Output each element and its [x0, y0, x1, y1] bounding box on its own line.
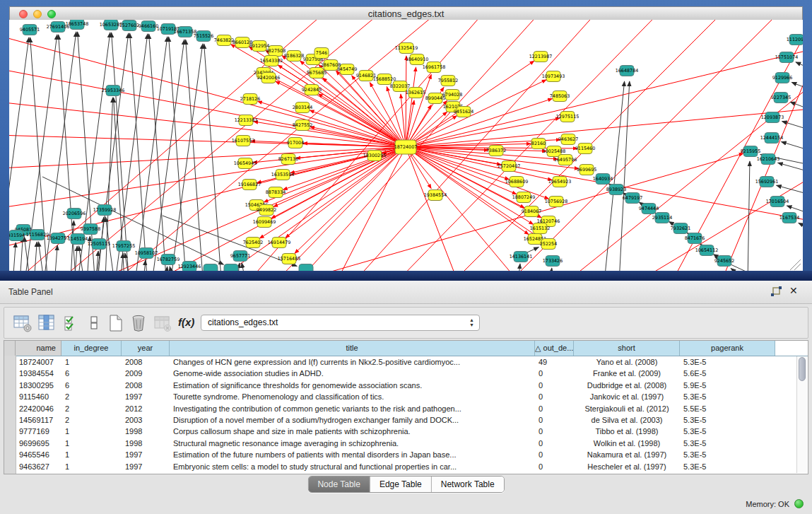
edge[interactable] [619, 81, 630, 271]
edge[interactable] [548, 268, 552, 271]
edge[interactable] [517, 264, 520, 271]
cell-out_de[interactable]: 0 [535, 380, 574, 391]
cell-short[interactable]: Wolkin et al. (1998) [574, 438, 680, 449]
cell-year[interactable]: 1997 [122, 461, 170, 472]
cell-name[interactable]: 19384554 [16, 368, 61, 379]
attribute-table[interactable]: namein_degreeyeartitle△ out_de...shortpa… [4, 340, 808, 474]
cell-title[interactable]: Changes of HCN gene expression and I(f) … [170, 356, 535, 368]
column-header-out_de[interactable]: △ out_de... [535, 341, 574, 356]
edge[interactable] [165, 44, 203, 271]
graph-node[interactable] [224, 264, 238, 271]
table-vertical-scrollbar[interactable] [796, 356, 807, 473]
cell-pagerank[interactable]: 5.3E-5 [680, 438, 775, 449]
cell-short[interactable]: de Silva et al. (2003) [574, 414, 680, 426]
cell-title[interactable]: Genome-wide association studies in ADHD. [170, 368, 535, 379]
row-selection-icon[interactable] [62, 313, 82, 333]
edge[interactable] [184, 147, 406, 271]
table-header-row[interactable]: namein_degreeyeartitle△ out_de...shortpa… [4, 341, 808, 356]
cell-short[interactable]: Franke et al. (2009) [574, 368, 680, 379]
cell-out_de[interactable]: 0 [535, 403, 574, 414]
column-header-pagerank[interactable]: pagerank [680, 341, 775, 356]
column-header-short[interactable]: short [574, 341, 680, 356]
cell-pagerank[interactable]: 5.3E-5 [680, 461, 775, 472]
cell-name[interactable]: 9699695 [16, 438, 61, 449]
network-graph[interactable]: 1872400718300295193845541132541918640910… [9, 20, 803, 271]
edge[interactable] [12, 243, 16, 271]
table-row[interactable]: 2242004622012Investigating the contribut… [4, 403, 796, 414]
cell-out_de[interactable]: 0 [535, 426, 574, 437]
tab-node-table[interactable]: Node Table [308, 477, 370, 492]
table-row[interactable]: 946362711997Embryonic stem cells: a mode… [4, 461, 796, 472]
edge[interactable] [406, 67, 416, 147]
network-canvas[interactable]: 1872400718300295193845541132541918640910… [9, 20, 803, 271]
cell-title[interactable]: Estimation of significance thresholds fo… [170, 380, 535, 391]
edge[interactable] [169, 37, 188, 271]
scrollbar-thumb[interactable] [799, 357, 806, 381]
rows-icon[interactable] [85, 313, 105, 333]
cell-title[interactable]: Tourette syndrome. Phenomenology and cla… [170, 391, 535, 402]
cell-in_degree[interactable]: 2 [61, 403, 122, 414]
edge[interactable] [129, 37, 167, 271]
edge[interactable] [782, 122, 803, 133]
function-builder-icon[interactable]: f(x) [178, 316, 194, 328]
table-row[interactable]: 1872400712008Changes of HCN gene express… [4, 356, 796, 368]
column-header-year[interactable]: year [122, 341, 170, 356]
cell-pagerank[interactable]: 5.3E-5 [680, 449, 775, 460]
edge[interactable] [295, 147, 406, 253]
table-row[interactable]: 969969511998Structural magnetic resonanc… [4, 438, 796, 449]
network-window-titlebar[interactable]: citations_edges.txt [9, 6, 803, 21]
cell-pagerank[interactable]: 5.5E-5 [680, 403, 775, 414]
cell-pagerank[interactable]: 5.3E-5 [680, 414, 775, 426]
cell-year[interactable]: 1997 [122, 449, 170, 460]
edge[interactable] [778, 163, 803, 175]
cell-name[interactable]: 9777169 [16, 426, 61, 437]
cell-out_de[interactable]: 0 [535, 461, 574, 472]
cell-title[interactable]: Disruption of a novel member of a sodium… [170, 414, 535, 426]
cell-short[interactable]: Yano et al. (2008) [574, 356, 680, 368]
cell-in_degree[interactable]: 1 [61, 438, 122, 449]
table-row[interactable]: 1830029562008Estimation of significance … [4, 380, 796, 391]
tab-network-table[interactable]: Network Table [432, 477, 504, 492]
cell-short[interactable]: Dudbridge et al. (2008) [574, 380, 680, 391]
delete-column-icon[interactable] [129, 313, 148, 333]
edge[interactable] [242, 263, 249, 271]
cell-year[interactable]: 1998 [122, 438, 170, 449]
cell-short[interactable]: Nakamura et al. (1997) [574, 449, 680, 460]
cell-title[interactable]: Embryonic stem cells: a model to study s… [170, 461, 535, 472]
new-column-icon[interactable] [106, 313, 126, 333]
cell-in_degree[interactable]: 1 [61, 356, 122, 368]
cell-out_de[interactable]: 0 [535, 449, 574, 460]
cell-in_degree[interactable]: 2 [61, 414, 122, 426]
table-row[interactable]: 977716911998Corpus callosum shape and si… [4, 426, 796, 437]
edge[interactable] [406, 61, 534, 147]
cell-year[interactable]: 2003 [122, 414, 170, 426]
cell-pagerank[interactable]: 5.3E-5 [680, 426, 775, 437]
cell-year[interactable]: 2008 [122, 380, 170, 391]
table-row[interactable]: 1938455462009Genome-wide association stu… [4, 368, 796, 379]
graph-node[interactable] [204, 264, 218, 271]
cell-pagerank[interactable]: 5.3E-5 [680, 356, 775, 368]
edge[interactable] [406, 147, 552, 180]
edge[interactable] [33, 242, 37, 271]
cell-pagerank[interactable]: 5.6E-5 [680, 368, 775, 379]
edge[interactable] [19, 237, 23, 271]
column-header-name[interactable]: name [16, 341, 61, 356]
cell-name[interactable]: 9463627 [16, 461, 61, 472]
float-panel-icon[interactable] [770, 286, 782, 298]
graph-node[interactable] [299, 264, 313, 271]
cell-out_de[interactable]: 0 [535, 414, 574, 426]
cell-in_degree[interactable]: 1 [61, 461, 122, 472]
cell-title[interactable]: Estimation of the future numbers of pati… [170, 449, 535, 460]
edge[interactable] [406, 42, 803, 147]
cell-out_de[interactable]: 49 [535, 356, 574, 368]
cell-short[interactable]: Stergiakouli et al. (2012) [574, 403, 680, 414]
table-row[interactable]: 911546021997Tourette syndrome. Phenomeno… [4, 391, 796, 402]
tab-edge-table[interactable]: Edge Table [370, 477, 432, 492]
cell-name[interactable]: 22420046 [16, 403, 61, 414]
cell-year[interactable]: 2009 [122, 368, 170, 379]
memory-ok-icon[interactable] [794, 499, 804, 508]
cell-in_degree[interactable]: 6 [61, 368, 122, 379]
cell-year[interactable]: 2008 [122, 356, 170, 368]
close-panel-icon[interactable]: ✕ [789, 285, 801, 298]
edge[interactable] [9, 147, 406, 170]
